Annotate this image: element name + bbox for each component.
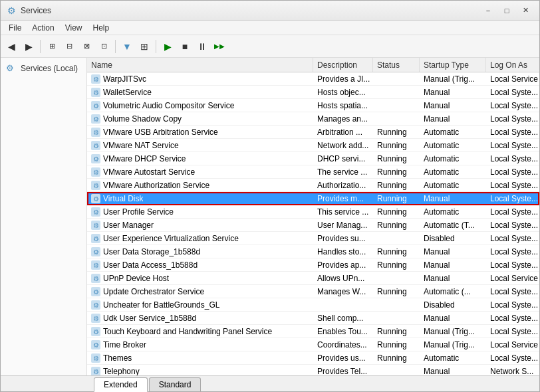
toolbar-btn-1[interactable]: ⊞ bbox=[44, 39, 60, 54]
cell-logon: Local Service bbox=[486, 338, 539, 351]
table-row[interactable]: ⚙Virtual DiskProvides m...RunningManualL… bbox=[87, 192, 539, 205]
cell-logon: Local Syste... bbox=[486, 126, 539, 138]
table-row[interactable]: ⚙Time BrokerCoordinates...RunningManual … bbox=[87, 338, 539, 351]
service-row-icon: ⚙ bbox=[91, 88, 100, 97]
table-row[interactable]: ⚙Touch Keyboard and Handwriting Panel Se… bbox=[87, 325, 539, 338]
toolbar-btn-2[interactable]: ⊟ bbox=[61, 39, 77, 54]
cell-logon: Local Syste... bbox=[486, 86, 539, 98]
resume-service-button[interactable]: ▶▶ bbox=[211, 39, 227, 54]
table-row[interactable]: ⚙ThemesProvides us...RunningAutomaticLoc… bbox=[87, 351, 539, 365]
table-row[interactable]: ⚙TelephonyProvides Tel...ManualNetwork S… bbox=[87, 365, 539, 375]
table-row[interactable]: ⚙Volumetric Audio Compositor ServiceHost… bbox=[87, 99, 539, 112]
service-row-icon: ⚙ bbox=[91, 141, 100, 150]
table-row[interactable]: ⚙VMware Authorization ServiceAuthorizati… bbox=[87, 179, 539, 192]
minimize-button[interactable]: − bbox=[479, 4, 497, 17]
cell-name-text: Touch Keyboard and Handwriting Panel Ser… bbox=[103, 327, 272, 336]
cell-desc: Allows UPn... bbox=[313, 272, 373, 284]
maximize-button[interactable]: □ bbox=[498, 4, 515, 17]
menu-action[interactable]: Action bbox=[27, 22, 59, 34]
cell-name-text: User Experience Virtualization Service bbox=[103, 234, 239, 243]
cell-logon: Local Syste... bbox=[486, 205, 539, 218]
table-row[interactable]: ⚙WarpJITSvcProvides a JI...Manual (Trig.… bbox=[87, 72, 539, 86]
start-service-button[interactable]: ▶ bbox=[160, 39, 176, 54]
svg-text:⚙: ⚙ bbox=[93, 235, 99, 243]
tab-standard[interactable]: Standard bbox=[149, 377, 202, 391]
toolbar-btn-3[interactable]: ⊠ bbox=[78, 39, 94, 54]
table-row[interactable]: ⚙User Data Storage_1b588dHandles sto...R… bbox=[87, 245, 539, 258]
cell-logon: Local Syste... bbox=[486, 298, 539, 311]
cell-name: ⚙User Profile Service bbox=[87, 205, 313, 218]
close-button[interactable]: ✕ bbox=[517, 4, 534, 17]
table-row[interactable]: ⚙User Data Access_1b588dProvides ap...Ru… bbox=[87, 258, 539, 272]
col-header-startup[interactable]: Startup Type bbox=[420, 58, 486, 72]
menu-help[interactable]: Help bbox=[88, 22, 115, 34]
cell-desc: Hosts spatia... bbox=[313, 99, 373, 112]
cell-startup: Disabled bbox=[420, 298, 486, 311]
cell-name-text: VMware Authorization Service bbox=[103, 181, 209, 190]
cell-status: Running bbox=[373, 152, 420, 165]
col-header-logon[interactable]: Log On As bbox=[486, 58, 539, 72]
bottom-tabs: Extended Standard bbox=[1, 375, 539, 391]
cell-startup: Manual (Trig... bbox=[420, 325, 486, 338]
cell-name: ⚙VMware NAT Service bbox=[87, 139, 313, 151]
table-row[interactable]: ⚙User ManagerUser Manag...RunningAutomat… bbox=[87, 219, 539, 232]
tab-extended[interactable]: Extended bbox=[94, 377, 148, 392]
table-row[interactable]: ⚙Uncheater for BattleGrounds_GLDisabledL… bbox=[87, 298, 539, 312]
table-row[interactable]: ⚙VMware Autostart ServiceThe service ...… bbox=[87, 165, 539, 179]
table-row[interactable]: ⚙Volume Shadow CopyManages an...ManualLo… bbox=[87, 112, 539, 126]
left-panel-services-local[interactable]: ⚙ Services (Local) bbox=[1, 60, 86, 76]
table-row[interactable]: ⚙VMware DHCP ServiceDHCP servi...Running… bbox=[87, 152, 539, 165]
cell-name-text: Volume Shadow Copy bbox=[103, 114, 182, 124]
table-row[interactable]: ⚙UPnP Device HostAllows UPn...ManualLoca… bbox=[87, 272, 539, 285]
cell-startup: Automatic bbox=[420, 205, 486, 218]
cell-logon: Local Syste... bbox=[486, 285, 539, 298]
menu-file[interactable]: File bbox=[3, 22, 27, 34]
cell-name: ⚙Volumetric Audio Compositor Service bbox=[87, 99, 313, 112]
table-scroll[interactable]: ⚙WarpJITSvcProvides a JI...Manual (Trig.… bbox=[87, 72, 539, 375]
col-header-name[interactable]: Name bbox=[87, 58, 313, 72]
menu-view[interactable]: View bbox=[60, 22, 88, 34]
cell-name: ⚙User Experience Virtualization Service bbox=[87, 232, 313, 245]
cell-status bbox=[373, 298, 420, 311]
services-window: ⚙ Services − □ ✕ File Action View Help ◀… bbox=[0, 0, 540, 392]
service-row-icon: ⚙ bbox=[91, 181, 100, 190]
service-row-icon: ⚙ bbox=[91, 367, 100, 376]
cell-name: ⚙User Data Access_1b588d bbox=[87, 258, 313, 271]
cell-desc: Network add... bbox=[313, 139, 373, 151]
stop-service-button[interactable]: ■ bbox=[177, 39, 193, 54]
table-row[interactable]: ⚙Update Orchestrator ServiceManages W...… bbox=[87, 285, 539, 298]
toolbar-btn-4[interactable]: ⊡ bbox=[96, 39, 112, 54]
filter-button[interactable]: ▼ bbox=[119, 39, 135, 54]
cell-name: ⚙VMware DHCP Service bbox=[87, 152, 313, 165]
toolbar-btn-5[interactable]: ⊞ bbox=[136, 39, 152, 54]
table-row[interactable]: ⚙Udk User Service_1b588dShell comp...Man… bbox=[87, 312, 539, 325]
table-row[interactable]: ⚙WalletServiceHosts objec...ManualLocal … bbox=[87, 86, 539, 99]
svg-text:⚙: ⚙ bbox=[93, 195, 99, 203]
col-header-status[interactable]: Status bbox=[373, 58, 420, 72]
table-row[interactable]: ⚙User Experience Virtualization ServiceP… bbox=[87, 232, 539, 245]
svg-text:⚙: ⚙ bbox=[93, 142, 99, 149]
cell-name: ⚙WarpJITSvc bbox=[87, 72, 313, 85]
pause-service-button[interactable]: ⏸ bbox=[194, 39, 210, 54]
cell-name-text: User Data Access_1b588d bbox=[103, 260, 198, 270]
back-button[interactable]: ◀ bbox=[3, 39, 19, 54]
table-row[interactable]: ⚙User Profile ServiceThis service ...Run… bbox=[87, 205, 539, 219]
cell-status: Running bbox=[373, 126, 420, 138]
cell-desc bbox=[313, 298, 373, 311]
col-header-description[interactable]: Description bbox=[313, 58, 373, 72]
cell-status: Running bbox=[373, 219, 420, 231]
left-panel-label: Services (Local) bbox=[21, 64, 78, 73]
cell-logon: Local Syste... bbox=[486, 112, 539, 125]
table-row[interactable]: ⚙VMware NAT ServiceNetwork add...Running… bbox=[87, 139, 539, 152]
forward-button[interactable]: ▶ bbox=[21, 39, 37, 54]
cell-name-text: WarpJITSvc bbox=[103, 74, 146, 84]
cell-name-text: Time Broker bbox=[103, 340, 146, 349]
svg-text:⚙: ⚙ bbox=[93, 355, 99, 362]
cell-desc: Provides us... bbox=[313, 351, 373, 364]
table-row[interactable]: ⚙VMware USB Arbitration ServiceArbitrati… bbox=[87, 126, 539, 139]
cell-status bbox=[373, 365, 420, 375]
svg-text:⚙: ⚙ bbox=[93, 116, 99, 123]
svg-text:⚙: ⚙ bbox=[93, 222, 99, 229]
svg-text:⚙: ⚙ bbox=[93, 328, 99, 336]
toolbar-separator-2 bbox=[115, 40, 116, 53]
